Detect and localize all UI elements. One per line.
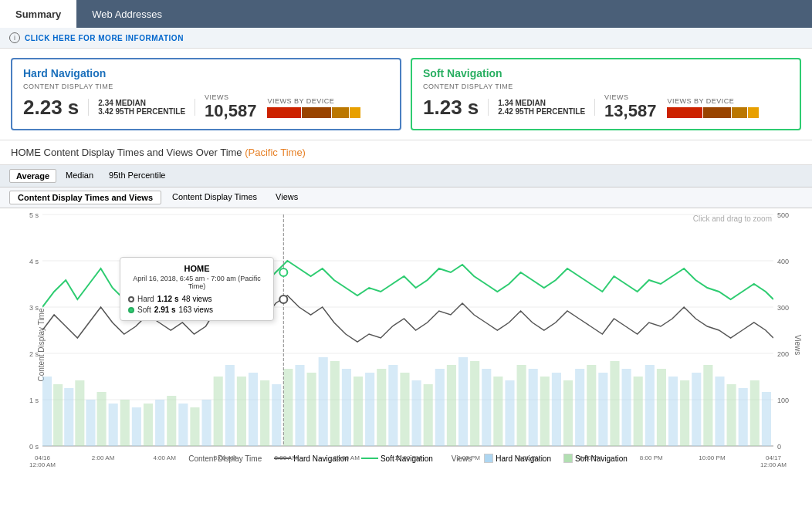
soft-nav-stats: 1.34 MEDIAN 2.42 95TH PERCENTILE — [488, 99, 595, 116]
tab-web-addresses[interactable]: Web Addresses — [76, 0, 178, 28]
header: Summary Web Addresses — [0, 0, 812, 28]
svg-rect-37 — [249, 373, 258, 446]
svg-text:3 s: 3 s — [29, 304, 39, 312]
svg-rect-62 — [540, 377, 550, 446]
svg-text:0: 0 — [777, 443, 781, 451]
svg-rect-58 — [493, 377, 502, 446]
soft-nav-title: Soft Navigation — [423, 67, 789, 79]
tooltip-soft-value: 2.91 s — [154, 306, 176, 314]
hard-nav-content-label: CONTENT DISPLAY TIME — [23, 83, 389, 90]
svg-text:200: 200 — [777, 350, 789, 358]
svg-rect-76 — [703, 365, 712, 446]
svg-rect-28 — [144, 404, 153, 446]
svg-rect-70 — [634, 377, 643, 446]
svg-rect-67 — [598, 373, 607, 446]
svg-text:500: 500 — [777, 211, 789, 219]
svg-rect-30 — [167, 396, 176, 446]
hard-nav-device-label: VIEWS BY DEVICE — [267, 97, 360, 105]
hard-nav-percentile: 3.42 95TH PERCENTILE — [98, 107, 185, 116]
chart-tooltip: HOME April 16, 2018, 6:45 am - 7:00 am (… — [120, 257, 274, 321]
svg-rect-20 — [53, 384, 63, 446]
svg-text:12:00 AM: 12:00 AM — [29, 461, 56, 468]
hard-nav-value: 2.23 s — [23, 96, 79, 120]
svg-text:04/16: 04/16 — [35, 454, 51, 461]
hard-nav-stats: 2.34 MEDIAN 3.42 95TH PERCENTILE — [88, 99, 195, 116]
svg-rect-55 — [458, 357, 468, 446]
svg-rect-77 — [715, 377, 724, 446]
svg-rect-23 — [86, 400, 95, 446]
sub-tab-content-times[interactable]: Content Display Times — [164, 191, 265, 204]
svg-rect-57 — [482, 369, 491, 446]
svg-text:8:00 AM: 8:00 AM — [275, 454, 298, 461]
y-axis-label-right: Views — [793, 335, 801, 356]
hard-nav-median: 2.34 MEDIAN — [98, 99, 185, 107]
svg-rect-22 — [75, 380, 84, 446]
soft-nav-value: 1.23 s — [423, 96, 479, 120]
svg-text:400: 400 — [777, 258, 789, 265]
cards-row: Hard Navigation CONTENT DISPLAY TIME 2.2… — [0, 49, 812, 140]
svg-text:4:00 AM: 4:00 AM — [153, 454, 176, 461]
svg-rect-44 — [330, 361, 340, 446]
soft-nav-device-label: VIEWS BY DEVICE — [667, 97, 759, 105]
svg-rect-63 — [552, 373, 561, 446]
svg-rect-46 — [354, 377, 363, 446]
svg-rect-73 — [668, 377, 678, 446]
hard-nav-title: Hard Navigation — [23, 67, 389, 79]
svg-rect-79 — [739, 388, 748, 446]
tab-summary[interactable]: Summary — [0, 0, 76, 28]
svg-rect-35 — [225, 365, 235, 446]
sub-tab-content-views[interactable]: Content Display Times and Views — [9, 191, 161, 204]
chart-area: Click and drag to zoom Content Display T… — [0, 208, 812, 481]
svg-rect-48 — [377, 369, 386, 446]
svg-rect-75 — [692, 373, 701, 446]
svg-rect-34 — [214, 377, 223, 446]
hard-nav-views-label: VIEWS — [205, 93, 256, 101]
svg-text:2:00 PM: 2:00 PM — [457, 454, 480, 461]
sub-tab-views[interactable]: Views — [268, 191, 306, 204]
soft-nav-views-label: VIEWS — [604, 93, 656, 101]
hard-nav-views-value: 10,587 — [205, 101, 256, 121]
svg-point-84 — [279, 296, 287, 303]
tab-average[interactable]: Average — [9, 169, 56, 183]
chart-svg[interactable]: 5 s 4 s 3 s 2 s 1 s 0 s 500 400 300 200 … — [42, 214, 773, 446]
svg-text:10:00 AM: 10:00 AM — [333, 454, 360, 461]
svg-text:1 s: 1 s — [29, 397, 39, 404]
tooltip-hard-row: Hard 1.12 s 48 views — [128, 295, 266, 303]
svg-rect-24 — [97, 392, 107, 446]
tooltip-soft-views: 163 views — [179, 306, 213, 314]
soft-nav-views-value: 13,587 — [604, 101, 656, 121]
hard-nav-card: Hard Navigation CONTENT DISPLAY TIME 2.2… — [11, 58, 401, 130]
svg-rect-50 — [400, 373, 409, 446]
svg-text:12:00 PM: 12:00 PM — [394, 454, 421, 461]
svg-text:0 s: 0 s — [29, 443, 39, 451]
svg-rect-42 — [307, 373, 316, 446]
soft-nav-device-bar — [667, 107, 759, 118]
svg-text:6:00 AM: 6:00 AM — [214, 454, 237, 461]
svg-rect-43 — [319, 357, 328, 446]
tooltip-soft-dot — [128, 307, 134, 313]
tooltip-title: HOME — [128, 264, 266, 273]
info-bar[interactable]: i CLICK HERE FOR MORE INFORMATION — [0, 28, 812, 49]
svg-text:12:00 AM: 12:00 AM — [760, 461, 787, 468]
svg-rect-27 — [132, 407, 141, 446]
svg-rect-33 — [202, 400, 211, 446]
tab-median[interactable]: Median — [59, 169, 100, 183]
svg-rect-47 — [365, 373, 374, 446]
svg-rect-72 — [657, 369, 666, 446]
hard-nav-device-section: VIEWS BY DEVICE — [267, 97, 360, 118]
svg-rect-64 — [563, 380, 573, 446]
svg-rect-31 — [178, 404, 188, 446]
svg-rect-60 — [517, 365, 526, 446]
soft-nav-views-section: VIEWS 13,587 — [604, 93, 656, 121]
svg-rect-81 — [762, 392, 771, 446]
svg-text:4:00 PM: 4:00 PM — [518, 454, 541, 461]
svg-text:2:00 AM: 2:00 AM — [92, 454, 115, 461]
svg-rect-71 — [645, 365, 655, 446]
svg-rect-38 — [260, 380, 269, 446]
svg-rect-61 — [529, 369, 538, 446]
tab-95th-percentile[interactable]: 95th Percentile — [103, 169, 171, 183]
svg-rect-21 — [64, 388, 73, 446]
svg-rect-36 — [237, 377, 246, 446]
svg-rect-59 — [505, 380, 514, 446]
svg-rect-74 — [680, 380, 689, 446]
